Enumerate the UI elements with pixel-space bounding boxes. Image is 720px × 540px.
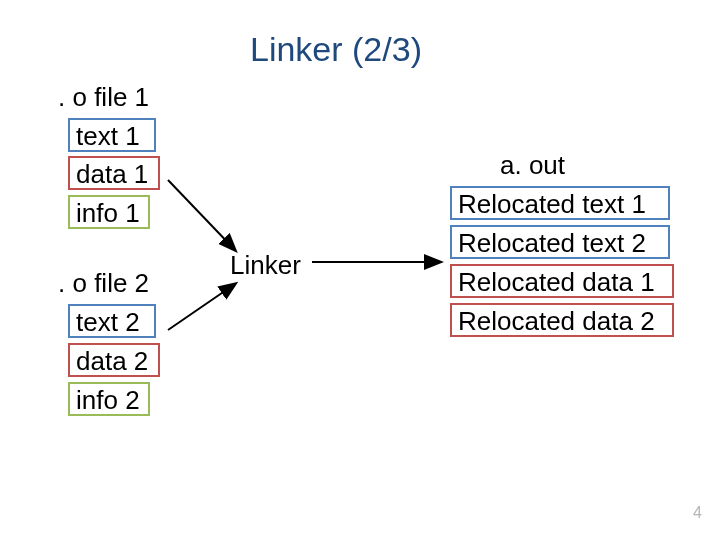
linker-label: Linker (230, 250, 301, 281)
output-rdata1: Relocated data 1 (450, 264, 674, 298)
file1-name: . o file 1 (58, 82, 149, 113)
output-rtext2: Relocated text 2 (450, 225, 670, 259)
output-rtext1: Relocated text 1 (450, 186, 670, 220)
file1-info: info 1 (68, 195, 150, 229)
file2-text: text 2 (68, 304, 156, 338)
slide-title: Linker (2/3) (250, 30, 422, 69)
file2-name: . o file 2 (58, 268, 149, 299)
file2-data: data 2 (68, 343, 160, 377)
svg-line-1 (168, 180, 235, 250)
file1-text: text 1 (68, 118, 156, 152)
page-number: 4 (693, 504, 702, 522)
file2-info: info 2 (68, 382, 150, 416)
file1-data: data 1 (68, 156, 160, 190)
output-rdata2: Relocated data 2 (450, 303, 674, 337)
output-name: a. out (500, 150, 565, 181)
svg-line-2 (168, 284, 235, 330)
